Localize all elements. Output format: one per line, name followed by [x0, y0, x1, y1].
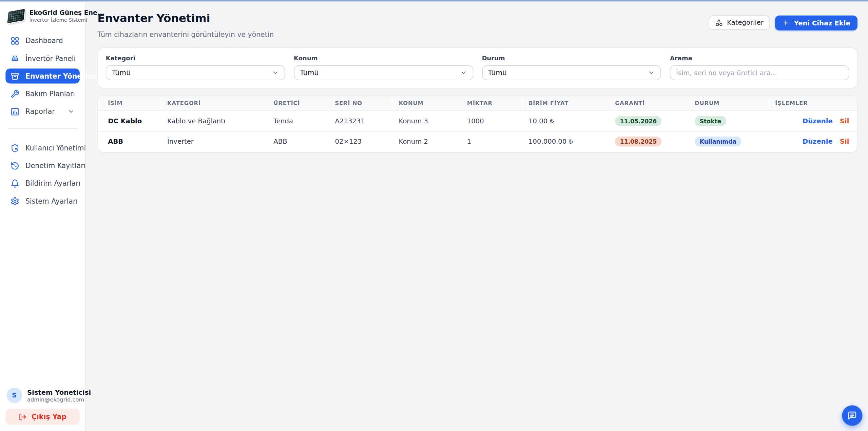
delete-link[interactable]: Sil	[840, 117, 849, 125]
brand: EkoGrid Güneş Ene... İnverter İzleme Sis…	[0, 2, 85, 28]
sidebar-item-label: Dashboard	[25, 37, 63, 45]
column-header-kategori: KATEGORİ	[162, 96, 268, 111]
status-select[interactable]: Tümü	[482, 65, 661, 80]
header-actions: Kategoriler Yeni Cihaz Ekle	[709, 16, 857, 30]
cell-unit-price: 100,000.00 ₺	[523, 131, 610, 152]
sidebar-item-label: Kullanıcı Yönetimi	[25, 144, 86, 152]
sidebar-item-label: Bakım Planları	[25, 89, 75, 98]
sidebar-footer: S Sistem Yöneticisi admin@ekogrid.com Çı…	[0, 382, 85, 431]
warranty-badge: 11.08.2025	[615, 137, 662, 147]
chevron-down-icon	[67, 108, 75, 115]
sidebar-item-label: Raporlar	[25, 107, 55, 116]
cell-category: İnverter	[162, 131, 268, 152]
sidebar-item-label: Sistem Ayarları	[25, 197, 78, 205]
user-profile: S Sistem Yöneticisi admin@ekogrid.com	[5, 388, 80, 409]
delete-link[interactable]: Sil	[840, 138, 849, 146]
filter-status: Durum Tümü	[482, 55, 661, 80]
cell-category: Kablo ve Bağlantı	[162, 111, 268, 131]
status-badge: Kullanımda	[695, 137, 741, 147]
column-header-garanti: GARANTİ	[610, 96, 689, 111]
cell-quantity: 1	[462, 131, 523, 152]
avatar: S	[7, 388, 22, 403]
table-row: ABBİnverterABB02×123Konum 21100,000.00 ₺…	[98, 131, 857, 152]
solar-panel-logo	[7, 8, 25, 23]
column-header-i-si-m: İSİM	[98, 96, 162, 111]
gear-icon	[11, 197, 19, 205]
status-badge: Stokta	[695, 116, 726, 126]
cell-manufacturer: ABB	[268, 131, 329, 152]
history-icon	[11, 161, 19, 170]
edit-link[interactable]: Düzenle	[803, 117, 833, 125]
search-input[interactable]	[670, 65, 849, 80]
logout-button[interactable]: Çıkış Yap	[5, 409, 80, 425]
top-progress-bar	[0, 0, 868, 2]
sidebar-item-label: Bildirim Ayarları	[25, 179, 80, 187]
sidebar-item-label: Denetim Kayıtları	[25, 162, 85, 170]
location-select[interactable]: Tümü	[294, 65, 473, 80]
cell-serial: 02×123	[329, 131, 393, 152]
inventory-table-card: İSİMKATEGORİÜRETİCİSERİ NOKONUMMİKTARBİR…	[97, 95, 857, 152]
filter-search-label: Arama	[670, 55, 849, 62]
column-header-bi-ri-m-fi-yat: BİRİM FİYAT	[523, 96, 610, 111]
logout-label: Çıkış Yap	[32, 412, 66, 420]
filter-location-label: Konum	[294, 55, 473, 62]
inventory-table: İSİMKATEGORİÜRETİCİSERİ NOKONUMMİKTARBİR…	[98, 96, 857, 152]
categories-button[interactable]: Kategoriler	[709, 16, 770, 30]
column-header-konum: KONUM	[393, 96, 461, 111]
column-header-i-lemler: İŞLEMLER	[770, 96, 857, 111]
add-device-button-label: Yeni Cihaz Ekle	[794, 19, 850, 27]
sidebar-item-envanter-y-netimi[interactable]: Envanter Yönetimi	[5, 68, 80, 83]
cell-name: DC Kablo	[98, 111, 162, 131]
archive-box-icon	[11, 71, 19, 80]
filter-category: Kategori Tümü	[106, 55, 285, 80]
cell-name: ABB	[98, 131, 162, 152]
sidebar-item-kullanici-y-netimi[interactable]: Kullanıcı Yönetimi	[5, 141, 80, 156]
filter-location: Konum Tümü	[294, 55, 473, 80]
sidebar: EkoGrid Güneş Ene... İnverter İzleme Sis…	[0, 0, 86, 431]
cell-unit-price: 10.00 ₺	[523, 111, 610, 131]
edit-link[interactable]: Düzenle	[803, 138, 833, 146]
logout-icon	[19, 413, 26, 420]
wrench-icon	[11, 89, 19, 98]
chevron-down-icon	[648, 69, 655, 76]
sidebar-nav-main: Dashboardİnvertör PaneliEnvanter Yönetim…	[0, 28, 85, 122]
sidebar-item-dashboard[interactable]: Dashboard	[5, 33, 80, 48]
chevron-down-icon	[460, 69, 467, 76]
filter-status-label: Durum	[482, 55, 661, 62]
sidebar-divider	[8, 128, 78, 129]
main-content: Envanter Yönetimi Tüm cihazların envante…	[86, 0, 868, 431]
app-root: EkoGrid Güneş Ene... İnverter İzleme Sis…	[0, 0, 868, 431]
column-header-durum: DURUM	[689, 96, 770, 111]
category-select[interactable]: Tümü	[106, 65, 285, 80]
sidebar-item-denetim-kayitlari[interactable]: Denetim Kayıtları	[5, 158, 80, 173]
cell-location: Konum 2	[393, 131, 461, 152]
category-select-value: Tümü	[112, 68, 131, 77]
cell-manufacturer: Tenda	[268, 111, 329, 131]
cell-location: Konum 3	[393, 111, 461, 131]
chat-fab-button[interactable]	[842, 405, 862, 426]
sidebar-item-raporlar[interactable]: Raporlar	[5, 104, 80, 119]
dashboard-icon	[11, 36, 19, 45]
sidebar-item-sistem-ayarlari[interactable]: Sistem Ayarları	[5, 193, 80, 208]
sidebar-item-label: İnvertör Paneli	[25, 54, 76, 62]
filter-category-label: Kategori	[106, 55, 285, 62]
add-device-button[interactable]: Yeni Cihaz Ekle	[775, 16, 857, 30]
page-title: Envanter Yönetimi	[97, 12, 274, 25]
column-header-seri-no: SERİ NO	[329, 96, 393, 111]
chat-bubble-icon	[848, 411, 857, 420]
sidebar-item-bildirim-ayarlari[interactable]: Bildirim Ayarları	[5, 176, 80, 191]
location-select-value: Tümü	[300, 68, 319, 77]
cell-serial: A213231	[329, 111, 393, 131]
page-header: Envanter Yönetimi Tüm cihazların envante…	[97, 12, 857, 39]
filter-bar: Kategori Tümü Konum Tümü Durum Tümü	[97, 47, 857, 88]
status-select-value: Tümü	[488, 68, 507, 77]
warranty-badge: 11.05.2026	[615, 116, 662, 126]
sidebar-nav-secondary: Kullanıcı YönetimiDenetim KayıtlarıBildi…	[0, 136, 85, 211]
column-header-reti-ci: ÜRETİCİ	[268, 96, 329, 111]
user-email: admin@ekogrid.com	[27, 396, 91, 402]
sidebar-item-i-nvert-r-paneli[interactable]: İnvertör Paneli	[5, 51, 80, 66]
categories-button-label: Kategoriler	[727, 19, 764, 26]
bell-icon	[11, 179, 19, 188]
bar-chart-icon	[11, 107, 19, 116]
sidebar-item-bakim-planlari[interactable]: Bakım Planları	[5, 86, 80, 101]
